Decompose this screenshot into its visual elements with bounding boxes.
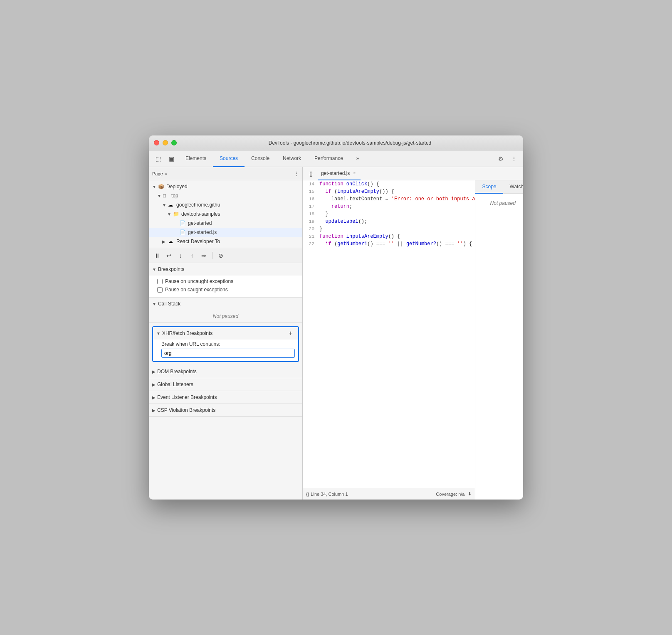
csp-arrow: ▶ <box>152 408 156 413</box>
event-listener-header[interactable]: ▶ Event Listener Breakpoints <box>149 391 302 404</box>
tree-arrow: ▶ <box>162 239 167 244</box>
coverage-icon[interactable]: ⬇ <box>468 491 472 497</box>
right-panel: {} get-started.js × 14 function onClick(… <box>303 167 523 500</box>
main-content: Page » ⋮ ▼ 📦 Deployed ▼ □ top ▼ ☁ <box>149 167 523 500</box>
code-editor[interactable]: 14 function onClick() { 15 if (inputsAre… <box>303 180 475 488</box>
tab-more[interactable]: » <box>350 150 366 167</box>
tree-arrow: ▼ <box>167 212 172 217</box>
breakpoints-section-header[interactable]: ▼ Breakpoints <box>149 263 302 276</box>
device-icon[interactable]: ▣ <box>166 153 177 165</box>
file-tree: ▼ 📦 Deployed ▼ □ top ▼ ☁ googlechrome.gi… <box>149 180 302 248</box>
xhr-section-wrapper: ▼ XHR/fetch Breakpoints + Break when URL… <box>149 323 302 365</box>
step-out-button[interactable]: ⇒ <box>199 251 209 261</box>
pause-uncaught-checkbox[interactable] <box>157 279 163 284</box>
code-line-22: 22 if (getNumber1() === '' || getNumber2… <box>303 240 475 248</box>
dom-breakpoints-title: DOM Breakpoints <box>157 369 197 374</box>
event-listener-arrow: ▶ <box>152 395 156 400</box>
csp-header[interactable]: ▶ CSP Violation Breakpoints <box>149 404 302 416</box>
global-listeners-title: Global Listeners <box>157 381 193 387</box>
settings-button[interactable]: ⚙ <box>495 153 506 165</box>
debug-divider <box>212 252 212 259</box>
toolbar-actions: ⚙ ⋮ <box>495 153 520 165</box>
right-split: 14 function onClick() { 15 if (inputsAre… <box>303 180 523 500</box>
status-left: {} Line 34, Column 1 <box>306 492 348 497</box>
tab-elements[interactable]: Elements <box>179 150 213 167</box>
left-panel: Page » ⋮ ▼ 📦 Deployed ▼ □ top ▼ ☁ <box>149 167 303 500</box>
panel-options-button[interactable]: ⋮ <box>294 171 299 177</box>
code-line-18: 18 } <box>303 210 475 218</box>
tab-network[interactable]: Network <box>276 150 308 167</box>
call-stack-not-paused: Not paused <box>149 310 302 322</box>
page-more[interactable]: » <box>165 171 167 176</box>
xhr-title: XHR/fetch Breakpoints <box>162 330 212 336</box>
file-nav-icon[interactable]: {} <box>306 169 316 179</box>
debug-controls: ⏸ ↩ ↓ ↑ ⇒ ⊘ <box>149 248 302 263</box>
deactivate-breakpoints-button[interactable]: ⊘ <box>216 251 226 261</box>
cursor-icon-status: {} <box>306 492 309 497</box>
scope-not-paused: Not paused <box>479 197 523 209</box>
tree-item-get-started[interactable]: ▶ 📄 get-started <box>149 219 302 228</box>
coverage-status: Coverage: n/a <box>436 492 464 497</box>
tree-item-deployed[interactable]: ▼ 📦 Deployed <box>149 182 302 191</box>
url-input[interactable] <box>161 349 295 358</box>
tab-performance[interactable]: Performance <box>308 150 350 167</box>
call-stack-section: ▼ Call Stack Not paused <box>149 298 302 323</box>
call-stack-title: Call Stack <box>158 301 180 307</box>
call-stack-header[interactable]: ▼ Call Stack <box>149 298 302 310</box>
breakpoints-section: ▼ Breakpoints Pause on uncaught exceptio… <box>149 263 302 298</box>
minimize-button[interactable] <box>163 140 168 145</box>
more-options-button[interactable]: ⋮ <box>508 153 520 165</box>
tree-item-top[interactable]: ▼ □ top <box>149 191 302 200</box>
xhr-section-header[interactable]: ▼ XHR/fetch Breakpoints + <box>153 327 298 340</box>
pause-button[interactable]: ⏸ <box>152 251 162 261</box>
global-listeners-arrow: ▶ <box>152 382 156 387</box>
dom-breakpoints-arrow: ▶ <box>152 369 156 374</box>
global-listeners-section: ▶ Global Listeners <box>149 378 302 391</box>
step-back-button[interactable]: ↩ <box>164 251 174 261</box>
tab-sources[interactable]: Sources <box>213 150 245 167</box>
event-listener-title: Event Listener Breakpoints <box>157 394 217 400</box>
file-tab-name: get-started.js <box>321 170 350 176</box>
pause-caught-checkbox[interactable] <box>157 287 163 293</box>
tab-console[interactable]: Console <box>245 150 276 167</box>
page-title: Page <box>152 171 163 176</box>
tree-item-get-started-js[interactable]: ▶ 📄 get-started.js <box>149 228 302 237</box>
pause-caught-item[interactable]: Pause on caught exceptions <box>157 286 299 294</box>
tree-item-googlechrome[interactable]: ▼ ☁ googlechrome.githu <box>149 200 302 209</box>
file-tab-get-started-js[interactable]: get-started.js × <box>318 167 361 180</box>
pause-uncaught-item[interactable]: Pause on uncaught exceptions <box>157 277 299 286</box>
left-panel-header: Page » ⋮ <box>149 167 302 180</box>
tab-scope[interactable]: Scope <box>475 180 503 194</box>
tree-item-devtools-samples[interactable]: ▼ 📁 devtools-samples <box>149 209 302 219</box>
window-title: DevTools - googlechrome.github.io/devtoo… <box>182 140 518 146</box>
breakpoints-arrow: ▼ <box>152 267 156 272</box>
code-line-14: 14 function onClick() { <box>303 180 475 188</box>
tree-arrow: ▼ <box>162 203 167 207</box>
dom-breakpoints-header[interactable]: ▶ DOM Breakpoints <box>149 365 302 378</box>
url-label: Break when URL contains: <box>161 341 295 347</box>
file-tab-bar: {} get-started.js × <box>303 167 523 180</box>
step-into-button[interactable]: ↑ <box>187 251 197 261</box>
cursor-icon[interactable]: ⬚ <box>152 153 164 165</box>
csp-section: ▶ CSP Violation Breakpoints <box>149 404 302 417</box>
xhr-add-button[interactable]: + <box>287 329 295 337</box>
main-toolbar: ⬚ ▣ Elements Sources Console Network Per… <box>149 150 523 167</box>
code-line-15: 15 if (inputsAreEmpty()) { <box>303 188 475 195</box>
scope-content: Not paused <box>475 194 523 219</box>
code-line-19: 19 updateLabel(); <box>303 218 475 225</box>
maximize-button[interactable] <box>171 140 177 145</box>
global-listeners-header[interactable]: ▶ Global Listeners <box>149 378 302 391</box>
code-line-20: 20 } <box>303 225 475 233</box>
tab-watch[interactable]: Watch <box>503 180 524 194</box>
step-over-button[interactable]: ↓ <box>175 251 185 261</box>
xhr-arrow: ▼ <box>156 331 161 336</box>
file-tab-close-button[interactable]: × <box>351 170 357 176</box>
dom-breakpoints-section: ▶ DOM Breakpoints <box>149 365 302 378</box>
tree-item-react-dev-tools[interactable]: ▶ ☁ React Developer To <box>149 237 302 246</box>
code-line-21: 21 function inputsAreEmpty() { <box>303 233 475 240</box>
event-listener-section: ▶ Event Listener Breakpoints <box>149 391 302 404</box>
close-button[interactable] <box>154 140 159 145</box>
tree-arrow: ▼ <box>152 185 157 189</box>
csp-title: CSP Violation Breakpoints <box>157 407 215 413</box>
xhr-fetch-section: ▼ XHR/fetch Breakpoints + Break when URL… <box>152 326 299 362</box>
